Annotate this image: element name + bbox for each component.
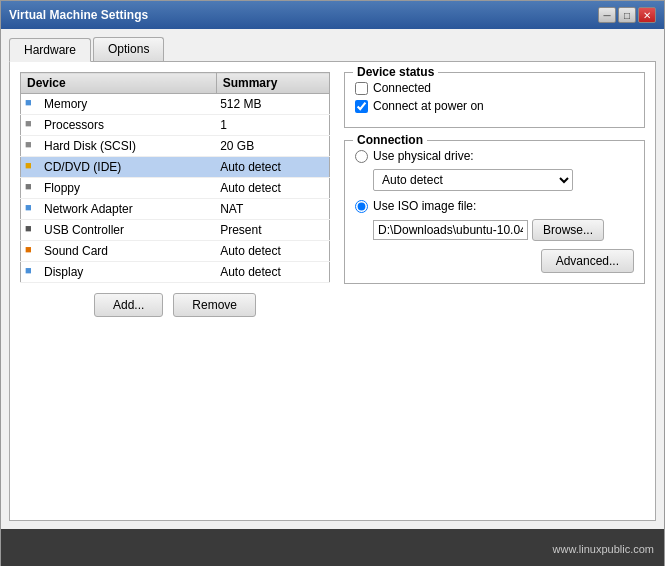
- table-row[interactable]: ■ Network Adapter NAT: [21, 199, 330, 220]
- tab-hardware[interactable]: Hardware: [9, 38, 91, 62]
- table-row[interactable]: ■ Hard Disk (SCSI) 20 GB: [21, 136, 330, 157]
- tab-bar: Hardware Options: [9, 37, 656, 61]
- device-name: Network Adapter: [44, 202, 133, 216]
- iso-label: Use ISO image file:: [373, 199, 476, 213]
- device-name: Processors: [44, 118, 104, 132]
- col-device: Device: [21, 73, 217, 94]
- table-row[interactable]: ■ USB Controller Present: [21, 220, 330, 241]
- advanced-button[interactable]: Advanced...: [541, 249, 634, 273]
- device-summary: 20 GB: [216, 136, 329, 157]
- maximize-button[interactable]: □: [618, 7, 636, 23]
- connected-row: Connected: [355, 81, 634, 95]
- device-summary: 512 MB: [216, 94, 329, 115]
- display-icon: ■: [25, 264, 41, 280]
- usb-controller-icon: ■: [25, 222, 41, 238]
- title-bar: Virtual Machine Settings ─ □ ✕: [1, 1, 664, 29]
- add-button[interactable]: Add...: [94, 293, 163, 317]
- advanced-btn-row: Advanced...: [355, 249, 634, 273]
- device-name: Display: [44, 265, 83, 279]
- table-row[interactable]: ■ Sound Card Auto detect: [21, 241, 330, 262]
- power-on-row: Connect at power on: [355, 99, 634, 113]
- device-summary: Auto detect: [216, 157, 329, 178]
- physical-drive-dropdown[interactable]: Auto detect: [373, 169, 573, 191]
- iso-file-input[interactable]: [373, 220, 528, 240]
- device-status-legend: Device status: [353, 65, 438, 79]
- table-row[interactable]: ■ CD/DVD (IDE) Auto detect: [21, 157, 330, 178]
- col-summary: Summary: [216, 73, 329, 94]
- processors-icon: ■: [25, 117, 41, 133]
- virtual-machine-settings-window: Virtual Machine Settings ─ □ ✕ Hardware …: [0, 0, 665, 566]
- connected-checkbox[interactable]: [355, 82, 368, 95]
- table-row[interactable]: ■ Floppy Auto detect: [21, 178, 330, 199]
- device-status-section: Device status Connected Connect at power…: [344, 72, 645, 128]
- remove-button[interactable]: Remove: [173, 293, 256, 317]
- device-name: Floppy: [44, 181, 80, 195]
- table-row[interactable]: ■ Processors 1: [21, 115, 330, 136]
- device-panel: Device Summary ■ Memory 512 MB ■ Process…: [20, 72, 330, 510]
- physical-drive-radio[interactable]: [355, 150, 368, 163]
- device-summary: Present: [216, 220, 329, 241]
- hard-disk-(scsi)-icon: ■: [25, 138, 41, 154]
- window-content: Hardware Options Device Summary: [1, 29, 664, 529]
- device-name: Sound Card: [44, 244, 108, 258]
- watermark-bar: www.linuxpublic.com: [1, 529, 664, 566]
- iso-radio[interactable]: [355, 200, 368, 213]
- window-title: Virtual Machine Settings: [9, 8, 148, 22]
- connection-section: Connection Use physical drive: Auto dete…: [344, 140, 645, 284]
- device-summary: Auto detect: [216, 178, 329, 199]
- iso-file-row: Browse...: [373, 219, 634, 241]
- iso-row: Use ISO image file:: [355, 199, 634, 213]
- browse-button[interactable]: Browse...: [532, 219, 604, 241]
- device-summary: NAT: [216, 199, 329, 220]
- device-name: CD/DVD (IDE): [44, 160, 121, 174]
- sound-card-icon: ■: [25, 243, 41, 259]
- physical-drive-row: Use physical drive:: [355, 149, 634, 163]
- right-panel: Device status Connected Connect at power…: [330, 72, 645, 510]
- tab-options[interactable]: Options: [93, 37, 164, 61]
- device-name: USB Controller: [44, 223, 124, 237]
- close-button[interactable]: ✕: [638, 7, 656, 23]
- main-panel: Device Summary ■ Memory 512 MB ■ Process…: [9, 61, 656, 521]
- table-row[interactable]: ■ Display Auto detect: [21, 262, 330, 283]
- window-controls: ─ □ ✕: [598, 7, 656, 23]
- floppy-icon: ■: [25, 180, 41, 196]
- power-on-label: Connect at power on: [373, 99, 484, 113]
- cd/dvd-(ide)-icon: ■: [25, 159, 41, 175]
- device-summary: 1: [216, 115, 329, 136]
- connected-label: Connected: [373, 81, 431, 95]
- bottom-buttons: Add... Remove: [20, 293, 330, 317]
- network-adapter-icon: ■: [25, 201, 41, 217]
- device-table: Device Summary ■ Memory 512 MB ■ Process…: [20, 72, 330, 283]
- device-summary: Auto detect: [216, 241, 329, 262]
- table-row[interactable]: ■ Memory 512 MB: [21, 94, 330, 115]
- device-name: Hard Disk (SCSI): [44, 139, 136, 153]
- minimize-button[interactable]: ─: [598, 7, 616, 23]
- physical-drive-dropdown-row: Auto detect: [373, 169, 634, 191]
- physical-drive-label: Use physical drive:: [373, 149, 474, 163]
- device-summary: Auto detect: [216, 262, 329, 283]
- device-name: Memory: [44, 97, 87, 111]
- watermark-text: www.linuxpublic.com: [553, 543, 654, 555]
- memory-icon: ■: [25, 96, 41, 112]
- connection-legend: Connection: [353, 133, 427, 147]
- power-on-checkbox[interactable]: [355, 100, 368, 113]
